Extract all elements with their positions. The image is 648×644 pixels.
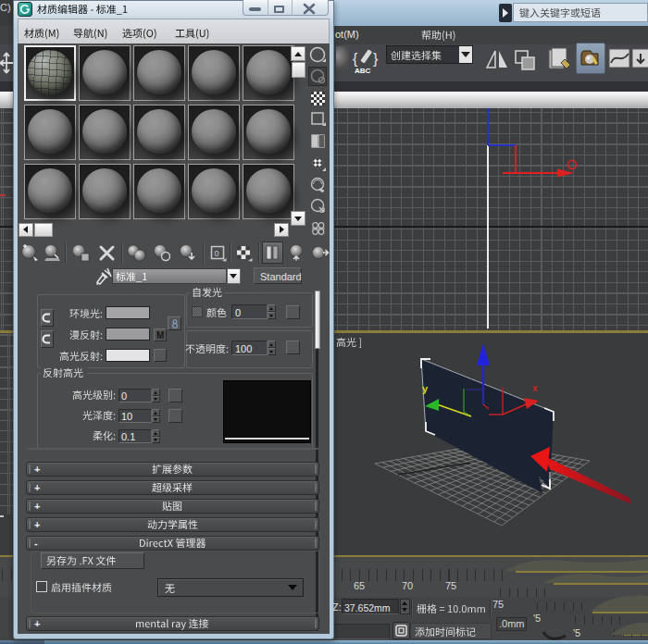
svg-text:y: y bbox=[422, 383, 429, 394]
svg-text:}: } bbox=[373, 51, 379, 67]
svg-text:{: { bbox=[353, 51, 358, 67]
svg-text:ABC: ABC bbox=[355, 67, 371, 75]
svg-text:x: x bbox=[532, 383, 538, 393]
svg-text:0: 0 bbox=[215, 249, 219, 258]
